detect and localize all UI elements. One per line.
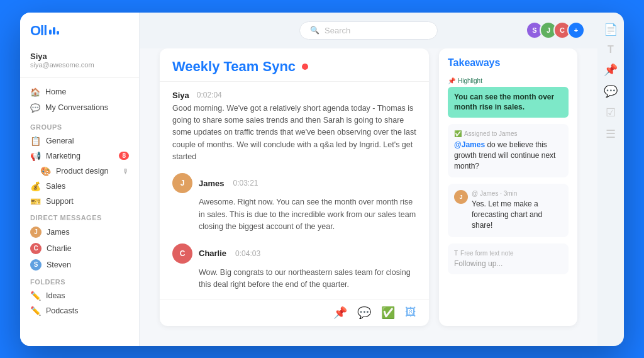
james-message-text1: Awesome. Right now. You can see the mont… [172,196,416,233]
charlie-avatar-msg: C [172,243,192,264]
product-icon: 🎨 [40,166,51,176]
reply-avatar: J [454,190,468,204]
sidebar-item-support-label: Support [46,197,74,206]
transcript-toolbar: 📌 💬 ✅ 🖼 [160,299,429,326]
user-email: siya@awesome.com [30,61,129,69]
message-block-siya: Siya 0:02:04 Good morning. We've got a r… [172,91,416,164]
charlie-timestamp: 0:04:03 [235,249,260,258]
sidebar-item-conversations[interactable]: 💬 My Conversations [20,100,139,116]
siya-speaker-name: Siya [172,91,189,100]
sidebar-item-home[interactable]: 🏠 Home [20,84,139,100]
charlie-speaker-name: Charlie [199,249,226,258]
logo-area: Oll [20,23,139,47]
search-placeholder: Search [325,26,350,35]
freeform-label: T Free form text note [454,250,562,257]
sidebar-dm-charlie[interactable]: C Charlie [20,240,139,257]
charlie-message-text: Wow. Big congrats to our northeastern sa… [172,267,416,291]
groups-label: Groups [20,118,139,133]
sidebar-item-general[interactable]: 📋 General [20,133,139,148]
sidebar-dm-steven-label: Steven [47,260,71,269]
sales-icon: 💰 [30,181,41,191]
assigned-label: ✅ Assigned to James [454,130,562,137]
text-icon: T [454,250,458,257]
highlight-text: You can see the month over month rise in… [448,87,569,118]
transcript-body: Siya 0:02:04 Good morning. We've got a r… [160,82,429,299]
reply-text: Yes. Let me make a forecasting chart and… [472,199,562,230]
sidebar-folder-podcasts[interactable]: ✏️ Podcasts [20,303,139,318]
marketing-icon: 📢 [30,151,41,161]
comment-right-icon[interactable]: 💬 [604,84,618,98]
pin-tool-button[interactable]: 📌 [333,306,347,320]
conversations-icon: 💬 [30,103,40,113]
james-speaker-name: James [199,179,224,188]
home-icon: 🏠 [30,87,40,97]
sidebar-dm-james[interactable]: J James [20,224,139,240]
text-right-icon[interactable]: T [608,44,614,55]
james-speaker-row: J James 0:03:21 [172,173,416,193]
sidebar-dm-steven[interactable]: S Steven [20,257,139,273]
support-icon: 🎫 [30,196,41,206]
sidebar-item-sales-label: Sales [46,182,65,191]
sidebar-folder-ideas[interactable]: ✏️ Ideas [20,288,139,303]
user-info: Siya siya@awesome.com [20,47,139,78]
search-icon: 🔍 [310,26,319,35]
dm-label: Direct Messages [20,209,139,224]
sidebar-folder-podcasts-label: Podcasts [46,306,78,315]
sidebar-dm-charlie-label: Charlie [47,244,72,253]
ideas-icon: ✏️ [30,291,41,301]
live-indicator [302,64,308,70]
reply-meta: @ James · 3min [472,190,562,197]
sidebar-folder-ideas-label: Ideas [46,291,65,300]
sidebar-item-conversations-label: My Conversations [45,103,108,112]
dm-section: Direct Messages J James C Charlie S Stev… [20,209,139,273]
sidebar: Oll Siya siya@awesome.com 🏠 Home 💬 My Co… [20,13,140,346]
charlie-speaker-row: C Charlie 0:04:03 [172,243,416,264]
sidebar-item-marketing-label: Marketing [46,152,80,160]
participants-avatars: S J C + [526,21,585,39]
list-right-icon[interactable]: ☰ [606,127,616,141]
sidebar-dm-james-label: James [47,228,70,237]
sidebar-item-support[interactable]: 🎫 Support [20,194,139,209]
sidebar-item-product-label: Product design [56,167,108,176]
transcript-header: Weekly Team Sync [160,48,429,82]
podcasts-icon: ✏️ [30,306,41,316]
sidebar-item-home-label: Home [45,87,66,96]
document-right-icon[interactable]: 📄 [604,23,618,36]
sidebar-item-sales[interactable]: 💰 Sales [20,179,139,194]
check-right-icon[interactable]: ☑ [606,106,616,120]
image-tool-button[interactable]: 🖼 [405,306,416,319]
folders-label: Folders [20,273,139,288]
siya-speaker-row: Siya 0:02:04 [172,91,416,100]
assigned-mention: @James [454,140,485,149]
sidebar-item-product-design[interactable]: 🎨 Product design 🎙 [20,164,139,179]
assigned-text: @James do we believe this growth trend w… [454,140,562,171]
takeaways-panel: Takeaways 📌 Highlight You can see the mo… [439,48,577,326]
sidebar-item-marketing[interactable]: 📢 Marketing 8 [20,148,139,164]
takeaways-title: Takeaways [448,57,569,69]
highlight-label: 📌 Highlight [448,77,569,84]
pin-right-icon[interactable]: 📌 [604,63,618,77]
james-avatar: J [30,227,42,238]
steven-avatar: S [30,259,42,271]
highlight-pin-icon: 📌 [448,77,455,84]
freeform-text: Following up... [454,259,562,268]
logo-text: Oll [30,23,47,39]
user-name: Siya [30,52,129,61]
comment-tool-button[interactable]: 💬 [357,306,371,320]
check-tool-button[interactable]: ✅ [381,306,395,320]
marketing-badge: 8 [119,152,129,160]
check-icon: ✅ [454,130,462,137]
top-bar: 🔍 Search S J C + [140,13,597,48]
freeform-card: T Free form text note Following up... [448,243,569,274]
james-avatar-msg: J [172,173,192,193]
right-icon-panel: 📄 T 📌 💬 ☑ ☰ [597,13,624,346]
transcript-panel: Weekly Team Sync Siya 0:02:04 Good morni… [160,48,429,326]
reply-content: @ James · 3min Yes. Let me make a foreca… [472,190,562,230]
search-bar[interactable]: 🔍 Search [299,21,438,40]
siya-message-text: Good morning. We've got a relatively sho… [172,103,416,164]
assigned-card: ✅ Assigned to James @James do we believe… [448,124,569,177]
reply-card: J @ James · 3min Yes. Let me make a fore… [448,184,569,237]
james-timestamp1: 0:03:21 [233,179,258,187]
avatar-more: + [567,21,585,39]
message-block-james1: J James 0:03:21 Awesome. Right now. You … [172,173,416,233]
